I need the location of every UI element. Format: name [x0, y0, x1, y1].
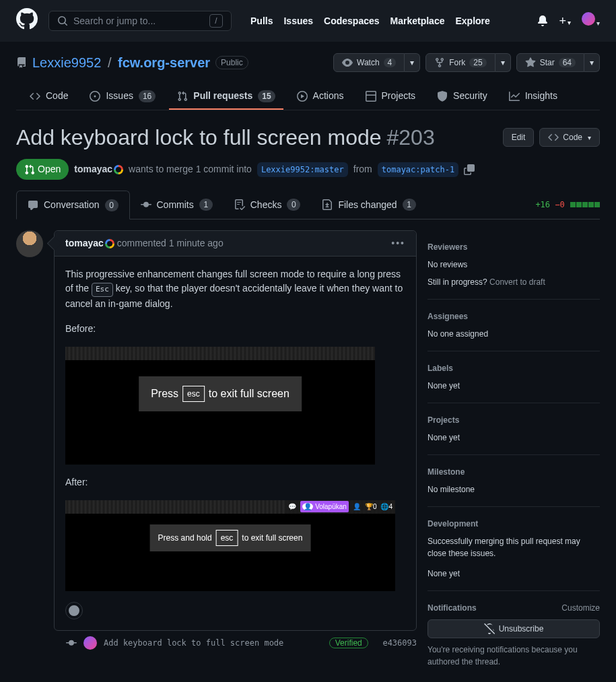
global-nav: Pulls Issues Codespaces Marketplace Expl…: [250, 14, 490, 28]
comment-header: tomayac commented 1 minute ago •••: [55, 231, 416, 257]
state-badge: Open: [16, 159, 69, 180]
customize-link[interactable]: Customize: [561, 602, 600, 614]
unsubscribe-button[interactable]: Unsubscribe: [427, 619, 600, 638]
tab-actions[interactable]: Actions: [289, 83, 352, 110]
fork-menu[interactable]: ▾: [495, 53, 511, 72]
search-icon: [57, 15, 68, 26]
global-header: Search or jump to... / Pulls Issues Code…: [0, 0, 616, 42]
comment-time[interactable]: 1 minute ago: [169, 238, 224, 248]
add-reaction-button[interactable]: [65, 602, 83, 619]
star-icon: [525, 57, 536, 68]
milestone-section: Milestone No milestone: [427, 455, 600, 507]
shield-icon: [437, 91, 448, 102]
projects-section: Projects None yet: [427, 403, 600, 455]
watch-menu[interactable]: ▾: [405, 53, 420, 72]
screenshot-before[interactable]: Press esc to exit full screen: [65, 347, 375, 465]
notifications-section: NotificationsCustomize Unsubscribe You'r…: [427, 591, 600, 679]
commit-author-avatar[interactable]: [83, 636, 97, 650]
pr-title-row: Add keyboard lock to full screen mode#20…: [16, 121, 600, 154]
tab-security[interactable]: Security: [429, 83, 495, 110]
tab-files[interactable]: Files changed1: [311, 191, 426, 219]
owner-link[interactable]: Lexxie9952: [32, 55, 101, 70]
pr-meta: Open tomayac wants to merge 1 commit int…: [16, 159, 600, 180]
repo-tabs: Code Issues16 Pull requests15 Actions Pr…: [16, 83, 600, 110]
comment-box: tomayac commented 1 minute ago ••• This …: [54, 230, 417, 631]
pr-icon: [177, 91, 188, 102]
google-badge-icon: [114, 165, 123, 174]
issue-icon: [90, 91, 100, 102]
star-button[interactable]: Star 64: [516, 53, 584, 72]
base-branch[interactable]: Lexxie9952:master: [257, 162, 348, 177]
pr-author[interactable]: tomayac: [74, 164, 112, 174]
tab-checks[interactable]: Checks0: [224, 191, 312, 219]
commit-dot-icon: [66, 638, 77, 648]
repo-title-row: Lexxie9952 / fcw.org-server Public Watch…: [16, 53, 600, 73]
tab-issues[interactable]: Issues16: [81, 83, 164, 110]
tab-insights[interactable]: Insights: [501, 83, 566, 110]
github-logo[interactable]: [16, 8, 38, 34]
watch-button[interactable]: Watch 4: [333, 53, 405, 72]
smile-icon: [69, 605, 79, 616]
commit-message[interactable]: Add keyboard lock to full screen mode: [104, 637, 283, 649]
pr-open-icon: [24, 164, 35, 175]
tab-conversation[interactable]: Conversation0: [16, 191, 130, 219]
checklist-icon: [234, 199, 245, 210]
notifications-icon[interactable]: [537, 15, 548, 26]
search-placeholder: Search or jump to...: [73, 14, 156, 28]
fork-button[interactable]: Fork 25: [425, 53, 495, 72]
code-button[interactable]: Code: [539, 128, 600, 147]
visibility-badge: Public: [215, 56, 248, 69]
head-branch[interactable]: tomayac:patch-1: [378, 162, 458, 177]
timeline: tomayac commented 1 minute ago ••• This …: [16, 230, 417, 655]
repo-link[interactable]: fcw.org-server: [118, 55, 210, 70]
play-icon: [297, 91, 308, 102]
comment-author[interactable]: tomayac: [65, 238, 104, 248]
pr-title-actions: Edit Code: [503, 128, 600, 147]
graph-icon: [509, 91, 520, 102]
nav-explore[interactable]: Explore: [455, 14, 489, 28]
search-input[interactable]: Search or jump to... /: [48, 11, 232, 31]
comment-icon: [28, 200, 38, 211]
verified-badge[interactable]: Verified: [329, 638, 368, 648]
development-section: Development Successfully merging this pu…: [427, 507, 600, 591]
tab-commits[interactable]: Commits1: [130, 191, 224, 219]
user-menu[interactable]: [582, 12, 600, 30]
pr-tabs: Conversation0 Commits1 Checks0 Files cha…: [16, 191, 600, 219]
code-icon: [30, 91, 40, 102]
avatar-col: [16, 230, 43, 655]
create-new-menu[interactable]: +: [559, 12, 571, 30]
commit-row: Add keyboard lock to full screen mode Ve…: [66, 631, 417, 655]
slash-key-hint: /: [209, 14, 223, 28]
pr-content: Add keyboard lock to full screen mode#20…: [0, 110, 616, 682]
star-menu[interactable]: ▾: [584, 53, 600, 72]
reviewers-section: Reviewers No reviews Still in progress? …: [427, 230, 600, 300]
after-label: After:: [65, 475, 405, 489]
nav-issues[interactable]: Issues: [283, 14, 313, 28]
main-layout: tomayac commented 1 minute ago ••• This …: [16, 230, 600, 679]
comment-menu[interactable]: •••: [391, 236, 405, 250]
commit-sha[interactable]: e436093: [382, 638, 417, 648]
project-icon: [366, 91, 376, 102]
nav-codespaces[interactable]: Codespaces: [324, 14, 379, 28]
before-label: Before:: [65, 322, 405, 336]
tab-projects[interactable]: Projects: [357, 83, 424, 110]
tab-code[interactable]: Code: [22, 83, 76, 110]
chat-icon: 💬: [288, 502, 296, 512]
tab-pulls[interactable]: Pull requests15: [169, 83, 283, 110]
commenter-avatar[interactable]: [16, 230, 43, 257]
repo-actions: Watch 4 ▾ Fork 25 ▾ Star 64 ▾: [333, 53, 600, 72]
copy-icon[interactable]: [464, 164, 475, 175]
nav-marketplace[interactable]: Marketplace: [390, 14, 445, 28]
repo-breadcrumb: Lexxie9952 / fcw.org-server: [32, 53, 210, 73]
nav-pulls[interactable]: Pulls: [250, 14, 273, 28]
commit-icon: [141, 199, 151, 210]
labels-section: Labels None yet: [427, 351, 600, 403]
repo-header: Lexxie9952 / fcw.org-server Public Watch…: [0, 42, 616, 110]
bell-slash-icon: [484, 623, 495, 634]
convert-draft-link[interactable]: Convert to draft: [489, 277, 545, 287]
diffstat: +16 −0: [535, 199, 600, 211]
screenshot-after[interactable]: 💬 👤 Volapükan 👤 🏆0 🌐4 Press and hold esc: [65, 500, 395, 591]
comment-body: This progressive enhancement changes ful…: [55, 257, 416, 630]
edit-button[interactable]: Edit: [503, 128, 535, 147]
user-avatar: [582, 12, 595, 26]
